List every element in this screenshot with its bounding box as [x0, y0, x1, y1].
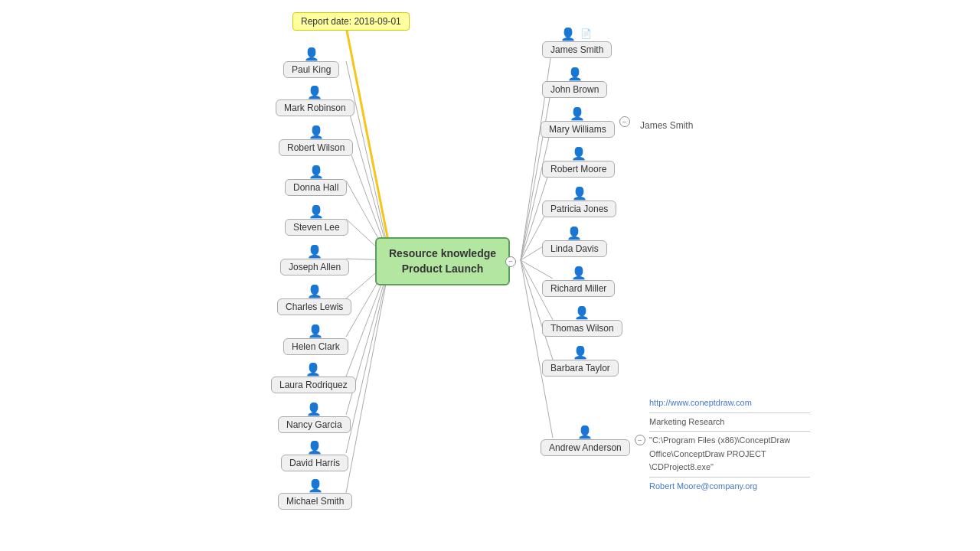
node-box-linda-davis: Linda Davis — [542, 240, 607, 257]
node-box-richard-miller: Richard Miller — [542, 280, 615, 297]
andrew-minus-btn[interactable]: − — [635, 435, 645, 445]
person-icon: 👤 — [308, 478, 323, 493]
person-icon: 👤 — [574, 305, 590, 320]
node-charles-lewis: 👤 Charles Lewis — [277, 283, 351, 315]
person-icon: 👤 — [309, 204, 324, 219]
node-patricia-jones: 👤 Patricia Jones — [542, 185, 616, 217]
node-box-steven-lee: Steven Lee — [285, 219, 348, 236]
info-path: "C:\Program Files (x86)\ConceptDraw Offi… — [649, 434, 810, 474]
node-box-laura-rodriquez: Laura Rodriquez — [271, 377, 356, 393]
node-box-patricia-jones: Patricia Jones — [542, 201, 616, 217]
person-icon: 👤 — [307, 243, 322, 259]
center-minus-btn[interactable]: − — [505, 256, 516, 267]
node-box-andrew-anderson: Andrew Anderson — [541, 439, 630, 456]
node-nancy-garcia: 👤 Nancy Garcia — [278, 401, 351, 433]
node-box-helen-clark: Helen Clark — [283, 338, 348, 355]
node-mary-williams: 👤 Mary Williams − — [541, 106, 615, 138]
info-email: Robert Moore@company.org — [649, 480, 810, 494]
node-box-james-smith: James Smith — [542, 41, 612, 58]
node-box-joseph-allen: Joseph Allen — [280, 259, 349, 276]
person-icon: 👤 — [573, 344, 588, 360]
person-icon: 👤 — [571, 265, 586, 280]
node-box-robert-wilson: Robert Wilson — [279, 139, 353, 156]
info-url: http://www.coneptdraw.com — [649, 396, 810, 410]
node-paul-king: 👤 Paul King — [283, 46, 339, 78]
node-box-john-brown: John Brown — [542, 81, 607, 98]
doc-icon: 📄 — [579, 26, 594, 41]
person-icon: 👤 — [309, 164, 324, 179]
person-icon: 👤 — [571, 145, 586, 161]
node-box-nancy-garcia: Nancy Garcia — [278, 416, 351, 433]
node-barbara-taylor: 👤 Barbara Taylor — [542, 344, 619, 377]
person-icon: 👤 — [560, 26, 576, 41]
node-box-michael-smith: Michael Smith — [278, 493, 352, 510]
node-david-harris: 👤 David Harris — [281, 439, 348, 471]
node-box-barbara-taylor: Barbara Taylor — [542, 360, 619, 377]
center-node-box: Resource knowledgeProduct Launch — [375, 237, 510, 285]
person-icon: 👤 — [577, 424, 593, 439]
node-laura-rodriquez: 👤 Laura Rodriquez — [271, 361, 356, 393]
center-node: Resource knowledgeProduct Launch − — [375, 237, 510, 285]
node-box-mark-robinson: Mark Robinson — [276, 99, 354, 116]
center-node-label: Resource knowledgeProduct Launch — [389, 247, 496, 275]
svg-line-10 — [346, 260, 390, 453]
person-icon: 👤 — [570, 106, 585, 121]
person-icon: 👤 — [567, 66, 583, 81]
mary-minus-btn[interactable]: − — [619, 116, 630, 127]
node-box-donna-hall: Donna Hall — [285, 179, 347, 196]
person-icon: 👤 — [308, 323, 323, 338]
node-linda-davis: 👤 Linda Davis — [542, 225, 607, 257]
person-icon: 👤 — [572, 185, 587, 201]
node-box-mary-williams: Mary Williams — [541, 121, 615, 138]
node-richard-miller: 👤 Richard Miller — [542, 265, 615, 297]
person-icon: 👤 — [305, 361, 321, 377]
node-box-charles-lewis: Charles Lewis — [277, 298, 351, 315]
node-robert-wilson: 👤 Robert Wilson — [279, 124, 353, 156]
node-mark-robinson: 👤 Mark Robinson — [276, 84, 354, 116]
node-andrew-anderson: 👤 Andrew Anderson − — [541, 424, 630, 456]
node-michael-smith: 👤 Michael Smith — [278, 478, 352, 510]
person-icon: 👤 — [307, 84, 322, 99]
person-icon: 👤 — [307, 283, 322, 298]
person-icon: 👤 — [307, 439, 322, 455]
node-box-paul-king: Paul King — [283, 61, 339, 78]
node-john-brown: 👤 John Brown — [542, 66, 607, 98]
node-donna-hall: 👤 Donna Hall — [285, 164, 347, 196]
info-panel-andrew: http://www.coneptdraw.com Marketing Rese… — [649, 396, 810, 494]
node-joseph-allen: 👤 Joseph Allen — [280, 243, 349, 276]
node-box-robert-moore: Robert Moore — [542, 161, 615, 178]
person-icon: 👤 — [304, 46, 319, 61]
node-thomas-wilson: 👤 Thomas Wilson — [542, 305, 622, 337]
node-robert-moore: 👤 Robert Moore — [542, 145, 615, 178]
node-box-david-harris: David Harris — [281, 455, 348, 471]
person-icon: 👤 — [306, 401, 322, 416]
report-date-label: Report date: 2018-09-01 — [292, 12, 410, 31]
node-steven-lee: 👤 Steven Lee — [285, 204, 348, 236]
james-smith-side-label: James Smith — [640, 120, 693, 131]
person-icon: 👤 — [309, 124, 324, 139]
node-box-thomas-wilson: Thomas Wilson — [542, 320, 622, 337]
info-marketing: Marketing Research — [649, 416, 810, 429]
person-icon: 👤 — [567, 225, 582, 240]
node-james-smith: 👤 📄 James Smith — [542, 26, 612, 58]
report-date-text: Report date: 2018-09-01 — [301, 16, 401, 27]
node-helen-clark: 👤 Helen Clark — [283, 323, 348, 355]
